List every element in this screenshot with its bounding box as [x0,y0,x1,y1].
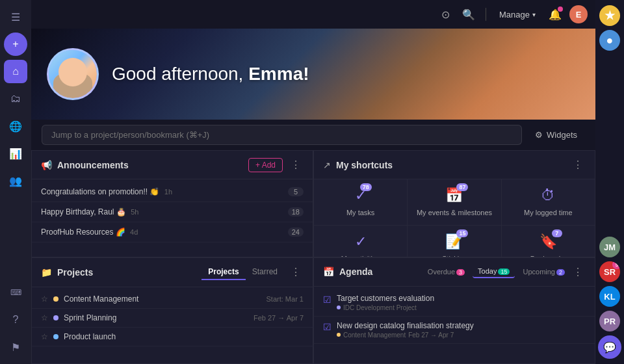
announcement-count: 24 [288,228,304,237]
list-item[interactable]: ☑ Target customers evaluation IDC Develo… [314,289,595,317]
right-avatar-3[interactable]: KL [599,286,620,307]
sidebar-item-projects[interactable]: 🗂 [4,87,27,110]
star-icon[interactable]: ☆ [41,294,48,304]
table-row[interactable]: ☆ Product launch [32,328,313,346]
help-circle-icon[interactable]: ⊙ [436,5,454,23]
sidebar-item-people[interactable]: 👥 [4,169,27,192]
shortcuts-grid: ✓ 78 My tasks 📅 87 My events & milestone… [314,179,595,257]
shortcut-logged-time[interactable]: ⏱ My logged time [502,179,595,225]
announcement-time: 5h [131,208,138,216]
star-icon[interactable]: ☆ [41,332,48,341]
notifications-button[interactable]: 🔔 [546,5,564,23]
shortcuts-icon: ↗ [323,160,331,170]
sidebar-item-keyboard[interactable]: ⌨ [4,281,27,304]
widgets-button[interactable]: ⚙ Widgets [527,126,585,144]
shortcut-stickies[interactable]: 📝 15 Stickies [408,226,500,257]
sidebar-item-network[interactable]: 🌐 [4,114,27,138]
chevron-down-icon: ▾ [532,11,536,18]
shortcut-badge: 15 [456,229,468,237]
right-avatar-1[interactable]: JM [599,237,620,257]
sidebar-item-home[interactable]: ⌂ [4,60,27,83]
hero-avatar [47,48,99,100]
agenda-menu-icon[interactable]: ⋮ [570,265,586,280]
greeting-prefix: Good afternoon, [112,64,248,84]
shortcuts-title: My shortcuts [336,160,570,170]
agenda-content: Target customers evaluation IDC Developm… [337,294,586,311]
list-item[interactable]: ☑ New design catalog finalisation strate… [314,317,595,344]
search-input[interactable] [42,125,522,145]
shortcut-icon-events: 📅 87 [445,187,463,204]
right-avatar-yellow[interactable]: ★ [599,5,620,26]
sidebar-item-menu[interactable]: ☰ [4,5,27,29]
sidebar-item-flag[interactable]: ⚑ [4,335,27,359]
agenda-project: IDC Development Project [337,304,586,311]
chat-button[interactable]: 💬 [598,335,621,359]
shortcut-badge: 87 [456,183,468,191]
tab-upcoming[interactable]: Upcoming2 [517,266,570,278]
announcement-count: 18 [288,207,304,216]
star-icon[interactable]: ☆ [41,313,48,322]
projects-folder-icon: 📁 [41,267,52,278]
tab-overdue[interactable]: Overdue3 [422,266,470,278]
shortcut-label-my-tasks: My tasks [346,208,374,217]
people-icon: 👥 [9,175,22,187]
shortcut-bookmarks[interactable]: 🔖 7 Bookmarks [502,226,595,257]
announcement-count: 5 [288,187,304,196]
user-avatar-top[interactable]: E [569,5,588,23]
list-item[interactable]: ProofHub Resources 🌈 4d 24 [32,222,313,242]
notification-badge [558,6,563,12]
right-avatar-4[interactable]: PR [599,311,620,332]
list-item[interactable]: Congratulations on promotion!! 👏 1h 5 [32,182,313,202]
list-item[interactable]: Happy Birthday, Raul 🎂 5h 18 [32,202,313,222]
right-avatar-2[interactable]: SR 5 [599,261,620,282]
divider [486,8,486,21]
sidebar-item-add[interactable]: + [4,32,27,56]
widgets-area: 📢 Announcements + Add ⋮ Congratulations … [31,150,595,364]
manage-button[interactable]: Manage ▾ [494,7,541,22]
project-date: Feb 27 → Apr 7 [254,314,304,322]
add-icon: + [12,38,18,50]
right-avatar-blue[interactable]: ● [599,30,620,51]
announcements-menu-icon[interactable]: ⋮ [288,157,304,172]
shortcuts-widget: ↗ My shortcuts ⋮ ✓ 78 My tasks 📅 87 My e… [313,150,595,257]
agenda-content: New design catalog finalisation strategy… [337,321,586,339]
tab-today[interactable]: Today15 [473,265,515,278]
gear-icon: ⚙ [535,130,543,140]
announcements-add-button[interactable]: + Add [248,158,283,172]
top-bar-right: ⊙ 🔍 Manage ▾ 🔔 E [436,5,588,23]
projects-tabs: Projects Starred [202,265,284,280]
agenda-icon: 📅 [323,266,334,277]
widgets-label: Widgets [547,130,577,140]
flag-icon: ⚑ [11,341,20,354]
search-icon[interactable]: 🔍 [460,5,478,23]
shortcut-my-tasks[interactable]: ✓ 78 My tasks [314,179,407,225]
menu-icon: ☰ [11,11,20,23]
avatar-badge-2: 5 [612,261,620,269]
table-row[interactable]: ☆ Content Management Start: Mar 1 [32,290,313,309]
agenda-task-name: Target customers evaluation [337,294,586,303]
shortcut-icon-bookmarks: 🔖 7 [540,233,557,250]
announcements-title: Announcements [57,160,248,170]
task-check-icon: ☑ [323,294,332,305]
sidebar-item-reports[interactable]: 📊 [4,142,27,165]
tab-starred[interactable]: Starred [246,265,284,280]
agenda-project: Content Management Feb 27 → Apr 7 [337,332,586,339]
projects-menu-icon[interactable]: ⋮ [288,265,304,280]
project-list: ☆ Content Management Start: Mar 1 ☆ Spri… [32,287,313,364]
announcements-header: 📢 Announcements + Add ⋮ [32,151,313,179]
shortcut-label-events: My events & milestones [417,208,492,217]
main-content: ⊙ 🔍 Manage ▾ 🔔 E [31,0,595,364]
tab-projects[interactable]: Projects [202,265,245,280]
table-row[interactable]: ☆ Sprint Planning Feb 27 → Apr 7 [32,309,313,328]
shortcut-label-logged-time: My logged time [524,208,573,217]
shortcut-events[interactable]: 📅 87 My events & milestones [408,179,500,225]
greeting-name: Emma! [248,64,309,84]
projects-title: Projects [57,267,202,278]
agenda-header: 📅 Agenda Overdue3 Today15 Upcoming2 ⋮ [314,258,595,287]
shortcut-activities[interactable]: ✓ My activities [314,226,407,257]
sidebar-item-help[interactable]: ? [4,308,27,332]
shortcut-badge: 78 [360,183,372,191]
announcements-widget: 📢 Announcements + Add ⋮ Congratulations … [31,150,313,257]
project-name: Content Management [64,294,261,304]
shortcuts-menu-icon[interactable]: ⋮ [570,157,586,172]
